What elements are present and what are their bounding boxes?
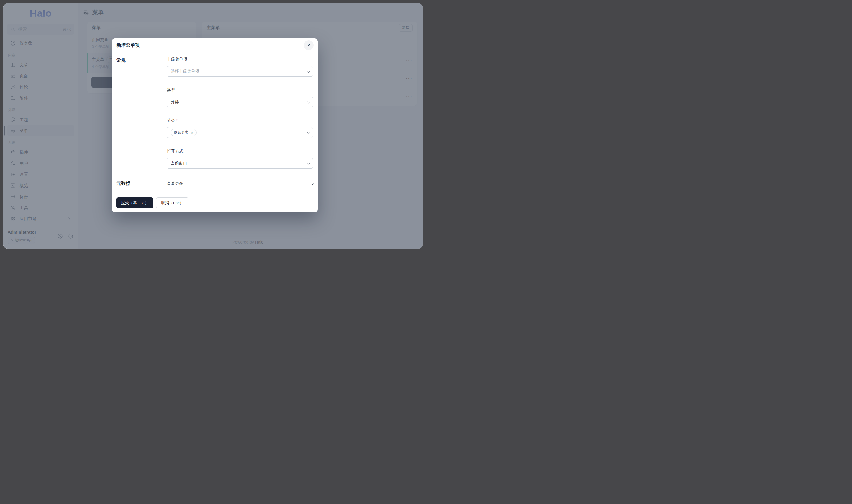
field-label-text: 分类	[167, 118, 175, 123]
chevron-down-icon	[307, 130, 310, 133]
type-select[interactable]: 分类	[167, 96, 313, 107]
chevron-down-icon	[307, 69, 310, 72]
modal-footer: 提交（⌘ + ↵） 取消（Esc）	[112, 193, 318, 212]
field-parent-menu-item: 上级菜单项 选择上级菜单项	[167, 52, 313, 83]
modal-form: 常规 上级菜单项 选择上级菜单项 类型 分类	[112, 52, 318, 175]
modal-title: 新增菜单项	[117, 42, 140, 49]
field-type: 类型 分类	[167, 83, 313, 113]
app-window: Halo 搜索 ⌘+K 仪表盘 内容 文章	[3, 3, 423, 249]
metadata-see-more[interactable]: 查看更多	[167, 181, 313, 186]
chevron-down-icon	[307, 161, 310, 164]
tag-label: 默认分类	[174, 130, 189, 135]
submit-button[interactable]: 提交（⌘ + ↵）	[117, 197, 153, 208]
chevron-down-icon	[307, 100, 310, 103]
field-category: 分类* 默认分类 ✕	[167, 113, 313, 144]
field-label: 分类*	[167, 118, 313, 123]
form-fields: 上级菜单项 选择上级菜单项 类型 分类 分类*	[167, 52, 313, 175]
field-label: 上级菜单项	[167, 57, 313, 62]
required-asterisk: *	[176, 118, 177, 123]
add-menu-item-modal: 新增菜单项 ✕ 常规 上级菜单项 选择上级菜单项 类型 分类	[112, 38, 318, 212]
category-tag: 默认分类 ✕	[171, 129, 197, 136]
field-label: 类型	[167, 88, 313, 93]
section-label-general: 常规	[117, 52, 167, 175]
section-label-metadata: 元数据	[117, 181, 167, 187]
category-select[interactable]: 默认分类 ✕	[167, 127, 313, 138]
tag-remove-icon[interactable]: ✕	[191, 131, 193, 134]
selected-tags: 默认分类 ✕	[171, 129, 307, 136]
select-value: 分类	[171, 100, 307, 105]
field-label: 打开方式	[167, 149, 313, 154]
chevron-right-icon	[310, 182, 313, 185]
metadata-section: 元数据 查看更多	[112, 175, 318, 193]
select-value: 当前窗口	[171, 161, 307, 166]
parent-menu-item-select[interactable]: 选择上级菜单项	[167, 66, 313, 77]
cancel-button[interactable]: 取消（Esc）	[156, 197, 189, 208]
open-mode-select[interactable]: 当前窗口	[167, 158, 313, 168]
modal-header: 新增菜单项 ✕	[112, 38, 318, 52]
close-icon[interactable]: ✕	[304, 40, 314, 50]
field-open-mode: 打开方式 当前窗口	[167, 144, 313, 175]
select-placeholder: 选择上级菜单项	[171, 69, 307, 74]
see-more-label: 查看更多	[167, 181, 183, 186]
